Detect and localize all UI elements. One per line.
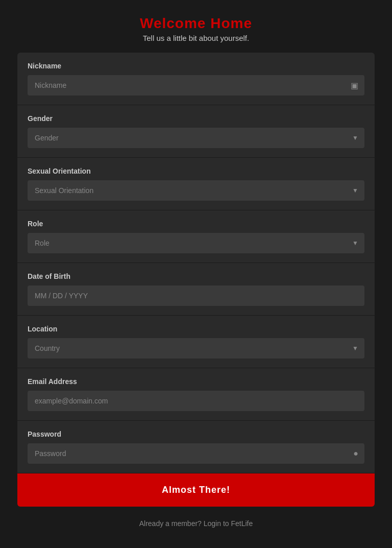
submit-button[interactable]: Almost There! xyxy=(17,473,375,507)
password-section: Password ● xyxy=(17,421,375,473)
password-input[interactable] xyxy=(28,443,364,464)
sexual-orientation-select[interactable]: Sexual Orientation Straight Gay Lesbian … xyxy=(28,180,364,201)
nickname-input-wrapper: ▣ xyxy=(28,75,364,96)
sexual-orientation-section: Sexual Orientation Sexual Orientation St… xyxy=(17,158,375,210)
page-header: Welcome Home Tell us a little bit about … xyxy=(140,15,252,42)
country-select-wrapper: Country United States United Kingdom Can… xyxy=(28,338,364,359)
email-section: Email Address xyxy=(17,368,375,421)
email-label: Email Address xyxy=(28,377,364,386)
nickname-label: Nickname xyxy=(28,62,364,70)
page-subtitle: Tell us a little bit about yourself. xyxy=(140,34,252,42)
password-label: Password xyxy=(28,430,364,438)
page-title: Welcome Home xyxy=(140,15,252,32)
role-label: Role xyxy=(28,220,364,228)
login-link[interactable]: Already a member? Login to FetLife xyxy=(139,519,253,528)
gender-section: Gender Gender Male Female Trans Male Tra… xyxy=(17,105,375,158)
password-input-wrapper: ● xyxy=(28,443,364,464)
nickname-section: Nickname ▣ xyxy=(17,53,375,105)
submit-section: Almost There! xyxy=(17,473,375,507)
role-select-wrapper: Role Dominant Submissive Switch Top Bott… xyxy=(28,233,364,253)
location-section: Location Country United States United Ki… xyxy=(17,316,375,368)
role-select[interactable]: Role Dominant Submissive Switch Top Bott… xyxy=(28,233,364,253)
sexual-orientation-label: Sexual Orientation xyxy=(28,167,364,175)
country-select[interactable]: Country United States United Kingdom Can… xyxy=(28,338,364,359)
gender-select-wrapper: Gender Male Female Trans Male Trans Fema… xyxy=(28,128,364,148)
gender-select[interactable]: Gender Male Female Trans Male Trans Fema… xyxy=(28,128,364,148)
email-input[interactable] xyxy=(28,391,364,411)
form-card: Nickname ▣ Gender Gender Male Female Tra… xyxy=(17,53,375,507)
location-label: Location xyxy=(28,325,364,333)
dob-input[interactable] xyxy=(28,285,364,306)
gender-label: Gender xyxy=(28,114,364,123)
role-section: Role Role Dominant Submissive Switch Top… xyxy=(17,210,375,263)
nickname-input[interactable] xyxy=(28,75,364,96)
page-container: Welcome Home Tell us a little bit about … xyxy=(0,15,392,528)
sexual-orientation-select-wrapper: Sexual Orientation Straight Gay Lesbian … xyxy=(28,180,364,201)
dob-label: Date of Birth xyxy=(28,272,364,280)
login-link-container: Already a member? Login to FetLife xyxy=(139,519,253,528)
dob-section: Date of Birth xyxy=(17,263,375,316)
